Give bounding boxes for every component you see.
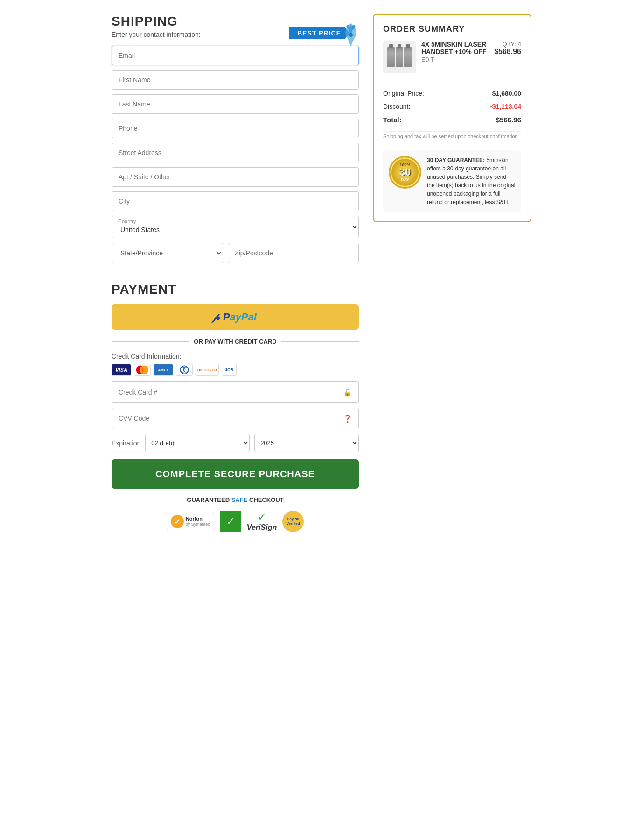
verisign-label: VeriSign [247,523,277,532]
diners-icon [176,364,193,376]
paypal-verified-text: PayPalVerified [287,517,300,527]
help-icon: ❓ [343,414,352,423]
guarantee-title: 30 DAY GUARANTEE: [427,157,485,163]
norton-label: Norton [186,516,210,522]
order-summary-title: ORDER SUMMARY [383,24,521,34]
complete-purchase-button[interactable]: COMPLETE SECURE PURCHASE [112,459,359,489]
jcb-icon: JCB [222,364,237,376]
payment-title: PAYMENT [112,282,359,297]
state-select[interactable]: State/Province Alabama Alaska Arizona Ca… [112,243,223,263]
guarantee-day-label: DAY [401,177,409,182]
divider-text: OR PAY WITH CREDIT CARD [194,338,276,345]
first-name-field[interactable] [112,70,359,90]
product-qty-price: QTY: 4 $566.96 [494,41,521,56]
norton-badge: ✓ Norton by Symantec [167,513,214,530]
safe-word: SAFE [231,496,248,503]
guarantee-circle: 100% 30 DAY [389,156,421,189]
norton-text: Norton by Symantec [186,516,210,527]
svg-point-2 [140,366,148,374]
safe-line-left [112,500,182,500]
original-price-row: Original Price: $1,680.00 [383,87,521,100]
divider-line-right [281,341,359,342]
original-price-label: Original Price: [383,90,424,97]
guarantee-body: 5minskin offers a 30-day guarantee on al… [427,157,515,205]
zip-field[interactable] [228,243,359,263]
safe-checkout-text: GUARANTEED SAFE CHECKOUT [187,496,283,503]
paypal-label: PayPal [223,311,257,323]
bottle-1 [387,47,395,67]
verisign-badge: ✓ VeriSign [247,511,277,532]
price-rows: Original Price: $1,680.00 Discount: -$1,… [383,87,521,127]
safe-checkout-row: GUARANTEED SAFE CHECKOUT [112,496,359,503]
norton-check-icon: ✓ [171,515,184,528]
safe-line-right [288,500,359,500]
credit-card-label: Credit Card Information: [112,353,359,360]
svg-point-5 [183,367,188,372]
order-summary-panel: ORDER SUMMARY 4X 5MINSKIN LASER HANDSET … [373,14,531,222]
last-name-field[interactable] [112,94,359,114]
product-image [383,41,416,73]
trust-badges-row: ✓ Norton by Symantec ✓ ✓ VeriSign [112,511,359,532]
state-zip-row: State/Province Alabama Alaska Arizona Ca… [112,243,359,263]
phone-field[interactable] [112,119,359,138]
verisign-check-icon: ✓ [258,511,266,523]
paypal-button[interactable]: 𝓅 PayPal [112,304,359,330]
total-value: $566.96 [496,116,521,124]
product-row: 4X 5MINSKIN LASER HANDSET +10% OFF EDIT … [383,41,521,80]
country-wrapper: Country United States Canada United King… [112,216,359,238]
city-field[interactable] [112,191,359,211]
total-label: Total: [383,116,402,124]
product-bottles [387,47,412,67]
product-name: 4X 5MINSKIN LASER HANDSET +10% OFF [421,41,489,56]
cvv-field[interactable] [112,408,359,429]
discount-value: -$1,113.04 [490,103,521,110]
guarantee-badge: 100% 30 DAY [389,156,421,189]
paypal-verified-badge: PayPalVerified [282,511,304,532]
country-select[interactable]: United States Canada United Kingdom Aust… [112,216,359,238]
guarantee-30-label: 30 [399,167,411,177]
or-divider: OR PAY WITH CREDIT CARD [112,338,359,345]
expiration-label: Expiration [112,439,140,447]
mastercard-icon [134,364,151,376]
discover-icon: DISCOVER [196,364,219,376]
total-row: Total: $566.96 [383,113,521,127]
ribbon-bow-icon [344,23,358,47]
payment-section: PAYMENT 𝓅 PayPal OR PAY WITH CREDIT CARD… [112,282,359,532]
cvv-wrapper: ❓ [112,408,359,429]
mcafee-badge: ✓ [220,511,241,532]
expiration-year-select[interactable]: 2024 2025 2026 2027 2028 2029 2030 [254,434,359,452]
shipping-note: Shipping and tax will be settled upon ch… [383,131,521,144]
product-price: $566.96 [494,48,521,56]
bottle-2 [396,47,403,67]
mcafee-check-icon: ✓ [226,515,235,528]
ribbon-label: BEST PRICE [289,27,349,39]
norton-sublabel: by Symantec [186,522,210,527]
paypal-p-icon: 𝓅 [214,311,219,323]
email-field[interactable] [112,46,359,65]
amex-icon: AMEX [154,364,173,376]
guarantee-text: 30 DAY GUARANTEE: 5minskin offers a 30-d… [427,156,516,206]
country-label: Country [118,219,136,224]
discount-row: Discount: -$1,113.04 [383,100,521,113]
edit-link[interactable]: EDIT [421,56,489,63]
product-details: 4X 5MINSKIN LASER HANDSET +10% OFF EDIT [421,41,489,63]
street-address-field[interactable] [112,143,359,162]
product-qty: QTY: 4 [494,41,521,48]
card-icons-row: VISA AMEX DISCOVER [112,364,359,376]
cc-number-wrapper: 🔒 [112,381,359,403]
apt-suite-field[interactable] [112,167,359,187]
svg-point-3 [180,366,188,374]
divider-line-left [112,341,189,342]
bottle-3 [404,47,412,67]
svg-point-0 [349,33,353,37]
cc-number-field[interactable] [112,381,359,403]
guarantee-row: 100% 30 DAY 30 DAY GUARANTEE: 5minskin o… [383,150,521,212]
visa-icon: VISA [112,364,131,376]
expiration-month-select[interactable]: 01 (Jan) 02 (Feb) 03 (Mar) 04 (Apr) 05 (… [145,434,250,452]
lock-icon: 🔒 [343,388,352,397]
order-summary-card: ORDER SUMMARY 4X 5MINSKIN LASER HANDSET … [373,14,531,222]
expiration-row: Expiration 01 (Jan) 02 (Feb) 03 (Mar) 04… [112,434,359,452]
discount-label: Discount: [383,103,410,110]
original-price-value: $1,680.00 [492,90,521,97]
best-price-badge: BEST PRICE [289,27,349,39]
